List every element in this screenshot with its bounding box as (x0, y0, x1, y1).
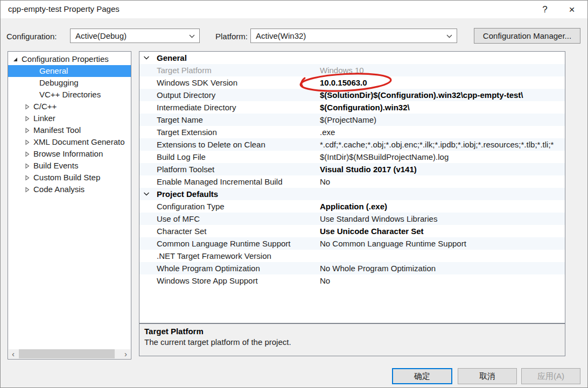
property-row-intermediate-directory[interactable]: Intermediate Directory $(Configuration).… (139, 101, 565, 114)
property-label: Output Directory (157, 90, 320, 100)
collapsed-icon (24, 116, 30, 122)
chevron-down-icon (143, 192, 150, 196)
property-label: Windows SDK Version (157, 78, 320, 87)
property-value: Use Standard Windows Libraries (320, 214, 565, 223)
annotation-circle (297, 70, 396, 94)
property-label: .NET Target Framework Version (157, 251, 320, 260)
property-row-windows-store-app-support[interactable]: Windows Store App Support No (139, 274, 565, 287)
sidebar-item-code-analysis[interactable]: Code Analysis (8, 184, 131, 195)
scrollbar-thumb[interactable] (19, 349, 115, 358)
property-row-enable-managed-incremental-build[interactable]: Enable Managed Incremental Build No (139, 175, 565, 188)
tree-item-label: Debugging (39, 77, 79, 89)
property-row-character-set[interactable]: Character Set Use Unicode Character Set (139, 225, 565, 237)
property-row-use-of-mfc[interactable]: Use of MFC Use Standard Windows Librarie… (139, 213, 565, 225)
sidebar-item-vcpp-directories[interactable]: VC++ Directories (8, 89, 131, 101)
property-value: Visual Studio 2017 (v141) (320, 165, 565, 174)
collapsed-icon (24, 163, 30, 169)
section-title: Project Defaults (157, 189, 320, 199)
sidebar-item-xml-document-generator[interactable]: XML Document Generato (8, 136, 131, 148)
property-row-extensions-to-delete[interactable]: Extensions to Delete on Clean *.cdf;*.ca… (139, 138, 565, 151)
property-row-whole-program-optimization[interactable]: Whole Program Optimization No Whole Prog… (139, 262, 565, 274)
sidebar-item-browse-information[interactable]: Browse Information (8, 148, 131, 160)
property-value: No (320, 177, 565, 186)
section-title: General (157, 53, 320, 62)
property-value: No Whole Program Optimization (320, 264, 565, 273)
tree-item-label: Custom Build Step (33, 172, 100, 184)
collapsed-icon (24, 151, 30, 157)
configuration-label: Configuration: (6, 32, 57, 41)
property-label: Enable Managed Incremental Build (157, 177, 320, 186)
property-value: *.cdf;*.cache;*.obj;*.obj.enc;*.ilk;*.ip… (320, 140, 565, 149)
help-button[interactable]: ? (536, 2, 554, 17)
configuration-dropdown[interactable]: Active(Debug) (70, 29, 200, 43)
expanded-icon (12, 57, 18, 62)
property-label: Build Log File (157, 152, 320, 161)
property-value: $(ProjectName) (320, 115, 565, 124)
sidebar-item-debugging[interactable]: Debugging (8, 77, 131, 89)
property-value: Use Unicode Character Set (320, 227, 565, 236)
chevron-down-icon (143, 55, 150, 60)
property-value: Application (.exe) (320, 202, 565, 211)
configuration-dropdown-value: Active(Debug) (75, 31, 127, 40)
property-label: Configuration Type (157, 202, 320, 211)
platform-dropdown-value: Active(Win32) (256, 31, 306, 40)
title-bar: cpp-empty-test Property Pages ? × (1, 1, 587, 18)
tree-horizontal-scrollbar[interactable]: ‹ › (9, 349, 130, 358)
description-panel: Target Platform The current target platf… (139, 323, 565, 356)
section-header-general[interactable]: General (139, 52, 565, 64)
tree-item-label: Build Events (33, 160, 78, 172)
property-row-net-target-framework[interactable]: .NET Target Framework Version (139, 250, 565, 262)
close-icon: × (569, 4, 575, 16)
sidebar-item-custom-build-step[interactable]: Custom Build Step (8, 172, 131, 184)
section-header-project-defaults[interactable]: Project Defaults (139, 188, 565, 200)
property-label: Extensions to Delete on Clean (157, 140, 320, 149)
sidebar-item-configuration-properties[interactable]: Configuration Properties (8, 53, 131, 65)
sidebar-item-c-cpp[interactable]: C/C++ (8, 101, 131, 112)
property-row-configuration-type[interactable]: Configuration Type Application (.exe) (139, 200, 565, 213)
tree-item-label: Linker (33, 112, 55, 124)
property-row-build-log-file[interactable]: Build Log File $(IntDir)$(MSBuildProject… (139, 151, 565, 163)
platform-dropdown[interactable]: Active(Win32) (250, 29, 457, 43)
window-title: cpp-empty-test Property Pages (8, 4, 120, 13)
collapsed-icon (24, 128, 30, 133)
property-row-clr-support[interactable]: Common Language Runtime Support No Commo… (139, 237, 565, 250)
apply-button[interactable]: 应用(A) (521, 368, 580, 384)
collapsed-icon (24, 139, 30, 145)
property-label: Windows Store App Support (157, 276, 320, 285)
collapsed-icon (24, 175, 30, 181)
property-value: No Common Language Runtime Support (320, 239, 565, 248)
scroll-right-icon[interactable]: › (121, 349, 130, 358)
property-label: Target Platform (157, 66, 320, 75)
sidebar-item-general[interactable]: General (8, 65, 131, 77)
property-value: No (320, 276, 565, 285)
help-icon: ? (542, 4, 547, 15)
property-value: $(Configuration).win32\ (320, 103, 565, 112)
property-row-target-name[interactable]: Target Name $(ProjectName) (139, 114, 565, 126)
property-label: Target Name (157, 115, 320, 124)
close-button[interactable]: × (563, 2, 581, 17)
property-label: Target Extension (157, 128, 320, 137)
sidebar-item-linker[interactable]: Linker (8, 112, 131, 124)
ok-button[interactable]: 确定 (392, 368, 452, 384)
property-row-platform-toolset[interactable]: Platform Toolset Visual Studio 2017 (v14… (139, 163, 565, 175)
property-row-target-extension[interactable]: Target Extension .exe (139, 126, 565, 138)
tree-item-label: XML Document Generato (33, 136, 125, 148)
sidebar-item-manifest-tool[interactable]: Manifest Tool (8, 124, 131, 136)
property-label: Character Set (157, 227, 320, 236)
tree-item-label: VC++ Directories (39, 89, 101, 101)
property-label: Platform Toolset (157, 165, 320, 174)
scroll-left-icon[interactable]: ‹ (9, 349, 18, 358)
sidebar-item-build-events[interactable]: Build Events (8, 160, 131, 172)
property-label: Use of MFC (157, 214, 320, 223)
configuration-manager-button[interactable]: Configuration Manager... (474, 28, 580, 44)
property-pages-dialog: cpp-empty-test Property Pages ? × Config… (0, 0, 588, 388)
configuration-tree-panel: Configuration Properties General Debuggi… (8, 51, 131, 359)
property-value: .exe (320, 128, 565, 137)
tree-item-label: Manifest Tool (33, 124, 81, 136)
description-title: Target Platform (144, 327, 560, 336)
chevron-down-icon (189, 34, 195, 38)
property-label: Common Language Runtime Support (157, 239, 320, 248)
tree-item-label: Browse Information (33, 148, 103, 160)
tree-item-label: Code Analysis (33, 184, 85, 195)
cancel-button[interactable]: 取消 (458, 368, 517, 384)
